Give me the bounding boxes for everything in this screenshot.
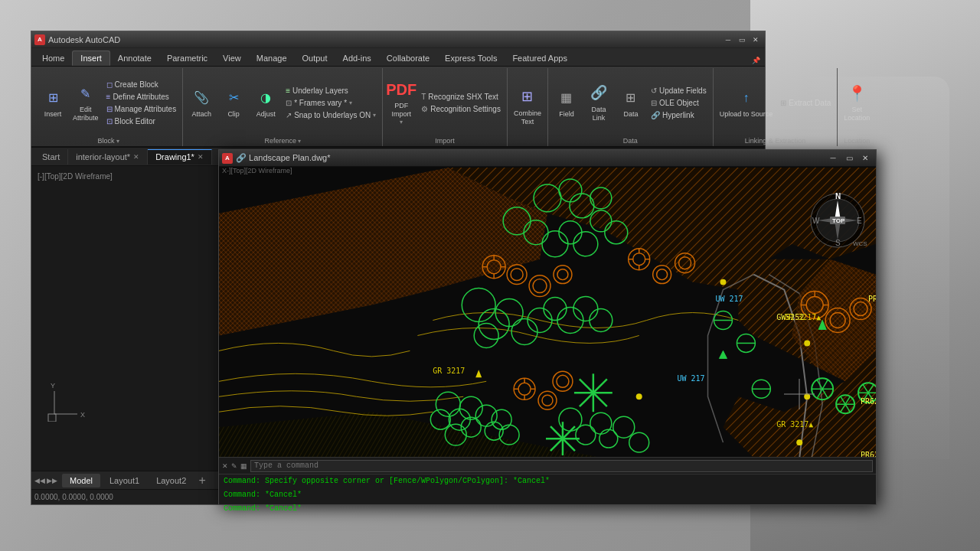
reference-label-text: Reference — [264, 137, 296, 145]
adjust-label: Adjust — [256, 110, 276, 119]
float-cmd-input[interactable] — [250, 460, 873, 472]
field-button[interactable]: ▦ Field — [551, 86, 582, 120]
close-button[interactable]: ✕ — [750, 34, 762, 45]
svg-text:GR 3217▲: GR 3217▲ — [776, 420, 813, 429]
doc-tab-drawing1[interactable]: Drawing1* ✕ — [148, 149, 212, 165]
tab-annotate[interactable]: Annotate — [110, 51, 159, 66]
tab-home[interactable]: Home — [34, 51, 72, 66]
upload-source-button[interactable]: ↑ Upload to Source — [717, 86, 776, 120]
svg-point-117 — [804, 393, 810, 399]
attach-icon: 📎 — [191, 87, 212, 109]
insert-button[interactable]: ⊞ Insert — [38, 86, 68, 120]
edit-attribute-button[interactable]: ✎ EditAttribute — [70, 81, 102, 124]
tab-collaborate[interactable]: Collaborate — [379, 51, 437, 66]
tab-output[interactable]: Output — [295, 51, 335, 66]
frames-icon: ⊡ — [286, 99, 292, 107]
pdf-icon: PDF — [390, 79, 412, 100]
recognition-settings-button[interactable]: ⚙ Recognition Settings — [418, 103, 504, 115]
manage-attrs-button[interactable]: ⊟ Manage Attributes — [103, 103, 180, 115]
tab-view[interactable]: View — [215, 51, 249, 66]
linking-group-label: Linking & Extraction — [745, 137, 806, 145]
float-restore-button[interactable]: ▭ — [841, 152, 857, 165]
tree-1 — [574, 373, 612, 412]
tab-insert[interactable]: Insert — [72, 51, 110, 66]
layout-tab-model[interactable]: Model — [62, 474, 100, 487]
layout2-tab-label: Layout2 — [156, 476, 186, 485]
svg-text:Y: Y — [51, 382, 55, 390]
layout-nav-left[interactable]: ◀◀ — [34, 477, 45, 484]
restore-button[interactable]: ▭ — [736, 34, 748, 45]
tab-addins[interactable]: Add-ins — [335, 51, 379, 66]
underlay-layers-button[interactable]: ≡ Underlay Layers — [283, 85, 379, 96]
cmd-text-3: Command: *Cancel* — [224, 504, 302, 513]
block-editor-button[interactable]: ⊡ Block Editor — [103, 116, 180, 127]
layout-nav-right[interactable]: ▶▶ — [47, 477, 57, 484]
svg-rect-4 — [48, 414, 56, 422]
ref-small-tools: ≡ Underlay Layers ⊡ * Frames vary * ▾ ↗ … — [283, 85, 379, 121]
ribbon-tab-bar: Home Insert Annotate Parametric View Man… — [31, 48, 765, 67]
create-block-button[interactable]: ◻ Create Block — [103, 79, 180, 90]
interior-tab-close[interactable]: ✕ — [133, 153, 139, 161]
cmd-text-2: Command: *Cancel* — [224, 491, 302, 499]
float-cmd-input-area: ✕ ✎ ▦ — [219, 457, 876, 474]
data-link-button[interactable]: 🔗 Data Link — [583, 81, 614, 124]
tab-express[interactable]: Express Tools — [437, 51, 505, 66]
ole-object-button[interactable]: ⊟ OLE Object — [648, 97, 710, 109]
float-controls-2[interactable]: ✎ — [231, 462, 237, 470]
create-block-label: Create Block — [115, 80, 158, 89]
tab-featured[interactable]: Featured Apps — [505, 51, 575, 66]
recognize-shx-button[interactable]: T Recognize SHX Text — [418, 91, 504, 103]
define-attrs-button[interactable]: ≡ Define Attributes — [103, 91, 180, 103]
ribbon-pin-button[interactable]: 📌 — [750, 55, 762, 66]
minimize-button[interactable]: ─ — [722, 34, 734, 45]
title-bar-left: A Autodesk AutoCAD — [34, 34, 120, 45]
ribbon: Home Insert Annotate Parametric View Man… — [31, 48, 765, 148]
adjust-button[interactable]: ◑ Adjust — [250, 86, 281, 120]
float-controls-3[interactable]: ▦ — [240, 462, 247, 470]
svg-text:GR 3217: GR 3217 — [433, 367, 465, 375]
block-editor-label: Block Editor — [115, 117, 155, 126]
tab-parametric[interactable]: Parametric — [159, 51, 215, 66]
float-close-button[interactable]: ✕ — [858, 152, 873, 165]
drawing1-tab-close[interactable]: ✕ — [198, 153, 204, 161]
cmd-line-3: Command: *Cancel* — [219, 502, 876, 516]
ribbon-content: ⊞ Insert ✎ EditAttribute ◻ Create Block — [31, 67, 765, 148]
data-link-sub: Link — [593, 114, 606, 122]
block-col: ◻ Create Block ≡ Define Attributes ⊟ Man… — [103, 79, 180, 127]
svg-point-116 — [804, 340, 810, 346]
extract-data-button[interactable]: ⊞ Extract Data — [777, 97, 834, 109]
main-title-bar: A Autodesk AutoCAD ─ ▭ ✕ — [31, 31, 765, 48]
pdf-import-label: Import — [391, 110, 411, 119]
layout-tab-layout2[interactable]: Layout2 — [149, 474, 194, 487]
doc-tab-interior[interactable]: interior-layout* ✕ — [68, 149, 148, 165]
data-extract-button[interactable]: ⊞ Data — [616, 86, 646, 120]
float-minimize-button[interactable]: ─ — [825, 152, 841, 165]
attach-label: Attach — [191, 110, 211, 119]
manage-attrs-icon: ⊟ — [106, 105, 113, 113]
reference-group-label[interactable]: Reference ▾ — [264, 137, 301, 145]
settings-icon: ⚙ — [421, 105, 428, 113]
float-drawing-canvas[interactable]: N S W E TOP WCS — [219, 167, 876, 474]
combine-text-label: Text — [521, 118, 534, 126]
snap-underlays-button[interactable]: ↗ Snap to Underlays ON ▾ — [283, 109, 379, 121]
tab-manage[interactable]: Manage — [249, 51, 295, 66]
svg-text:UW 217: UW 217 — [715, 295, 743, 303]
ole-label: OLE Object — [659, 99, 699, 107]
start-tab-label: Start — [42, 152, 60, 161]
insert-label: Insert — [44, 110, 62, 119]
pdf-import-button[interactable]: PDF PDF Import ▾ — [386, 77, 416, 127]
clip-button[interactable]: ✂ Clip — [218, 86, 249, 120]
svg-text:N: N — [835, 192, 841, 201]
add-layout-button[interactable]: + — [195, 474, 209, 487]
layout-tab-layout1[interactable]: Layout1 — [102, 474, 147, 487]
block-group-label[interactable]: Block ▾ — [98, 137, 119, 145]
attach-button[interactable]: 📎 Attach — [186, 86, 217, 120]
svg-text:PR6223: PR6223 — [861, 397, 876, 406]
float-controls[interactable]: ✕ — [222, 462, 228, 470]
update-fields-button[interactable]: ↺ Update Fields — [648, 85, 710, 96]
combine-button[interactable]: ⊞ Combine Text — [511, 85, 544, 128]
hyperlink-button[interactable]: 🔗 Hyperlink — [648, 109, 710, 121]
doc-tab-start[interactable]: Start — [34, 149, 68, 165]
frames-vary-button[interactable]: ⊡ * Frames vary * ▾ — [283, 97, 379, 109]
set-location-button[interactable]: 📍 Set Location — [841, 81, 873, 124]
